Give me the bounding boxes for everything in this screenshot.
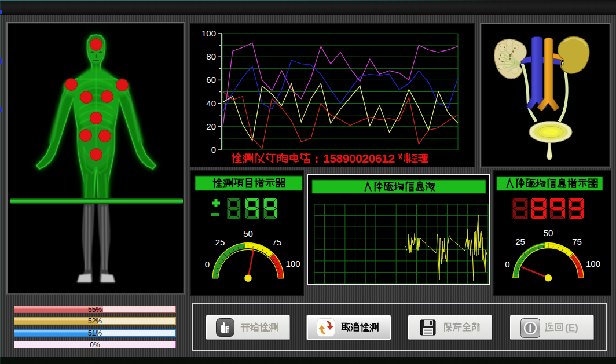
svg-text:(E): (E) [565, 322, 578, 333]
